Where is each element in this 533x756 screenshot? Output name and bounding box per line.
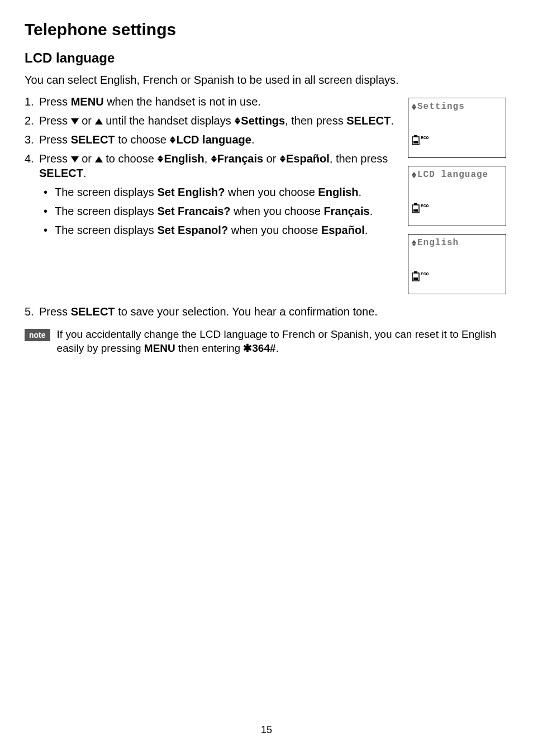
text: when you choose xyxy=(228,224,321,236)
text: when you choose xyxy=(231,205,324,217)
text: . xyxy=(83,167,87,179)
battery-icon xyxy=(412,203,420,213)
bold: LCD language xyxy=(176,133,251,146)
text: The screen displays xyxy=(55,205,157,217)
updown-icon xyxy=(235,117,240,125)
step-number: 2. xyxy=(25,113,34,128)
bold: Français xyxy=(217,152,263,165)
battery-icon xyxy=(412,271,420,281)
bold: 364# xyxy=(252,342,275,354)
bold: SELECT xyxy=(71,133,115,146)
text: Press xyxy=(39,152,71,165)
section-heading: LCD language xyxy=(25,50,508,66)
step-2: 2. Press or until the handset displays S… xyxy=(25,113,396,128)
lcd-status-row: ECO xyxy=(412,135,502,145)
text: or xyxy=(79,152,95,165)
updown-icon xyxy=(412,240,416,246)
text: The screen displays xyxy=(55,186,157,198)
text: until the handset displays xyxy=(103,114,235,127)
lcd-preview-language: LCD language ECO xyxy=(408,166,506,226)
intro-text: You can select English, French or Spanis… xyxy=(25,74,508,87)
lcd-line: English xyxy=(412,238,502,248)
eco-label: ECO xyxy=(421,135,429,140)
text: or xyxy=(79,114,95,127)
text: , then press xyxy=(330,152,388,165)
svg-rect-5 xyxy=(413,209,418,212)
updown-icon xyxy=(412,172,416,178)
triangle-up-icon xyxy=(95,156,103,162)
bold: MENU xyxy=(71,95,104,108)
text: or xyxy=(263,152,279,165)
lcd-line: Settings xyxy=(412,102,502,112)
step-number: 5. xyxy=(25,304,34,319)
svg-rect-8 xyxy=(413,277,418,280)
eco-label: ECO xyxy=(421,271,429,276)
lcd-status-row: ECO xyxy=(412,203,502,213)
note-block: note If you accidentally change the LCD … xyxy=(25,328,508,355)
bold: Settings xyxy=(241,114,285,127)
note-badge: note xyxy=(25,329,50,341)
page-title: Telephone settings xyxy=(25,20,508,39)
instructions-column: 1. Press MENU when the handset is not in… xyxy=(25,94,396,302)
text: to choose xyxy=(115,133,170,146)
lcd-status-row: ECO xyxy=(412,271,502,281)
text: when the handset is not in use. xyxy=(104,95,261,108)
updown-icon xyxy=(280,155,285,162)
step-number: 1. xyxy=(25,94,34,109)
step-number: 3. xyxy=(25,132,34,147)
text: . xyxy=(365,224,368,236)
bullet-english: The screen displays Set English? when yo… xyxy=(39,185,396,199)
step-5: 5. Press SELECT to save your selection. … xyxy=(25,304,508,319)
lcd-previews-column: Settings ECO LCD language ECO English xyxy=(408,94,508,302)
text: . xyxy=(251,133,255,146)
text: . xyxy=(276,342,279,354)
triangle-up-icon xyxy=(95,118,103,125)
lcd-text: English xyxy=(417,238,459,248)
triangle-down-icon xyxy=(71,118,79,125)
battery-icon xyxy=(412,135,420,145)
text: Press xyxy=(39,305,71,318)
eco-label: ECO xyxy=(421,203,429,208)
updown-icon xyxy=(158,155,163,162)
step-4: 4. Press or to choose English, Français … xyxy=(25,151,396,237)
text: . xyxy=(391,114,394,127)
bold: English xyxy=(164,152,204,165)
lcd-preview-settings: Settings ECO xyxy=(408,98,506,158)
bold: MENU xyxy=(144,342,175,354)
step-number: 4. xyxy=(25,151,34,166)
text: . xyxy=(359,186,362,198)
lcd-text: Settings xyxy=(417,102,465,112)
updown-icon xyxy=(211,155,217,162)
bold: Set English? xyxy=(157,186,225,198)
text: to choose xyxy=(103,152,158,165)
text: then entering xyxy=(175,342,243,354)
text: Press xyxy=(39,133,71,146)
lcd-preview-english: English ECO xyxy=(408,234,506,294)
page-number: 15 xyxy=(0,724,533,736)
bold: Español xyxy=(321,224,365,236)
updown-icon xyxy=(170,136,175,143)
updown-icon xyxy=(412,104,416,110)
text: Press xyxy=(39,95,71,108)
step-1: 1. Press MENU when the handset is not in… xyxy=(25,94,396,109)
bold: English xyxy=(318,186,358,198)
text: , xyxy=(204,152,211,165)
note-text: If you accidentally change the LCD langu… xyxy=(57,328,508,355)
text: The screen displays xyxy=(55,224,157,236)
bold: Set Francais? xyxy=(157,205,230,217)
bold: SELECT xyxy=(346,114,391,127)
text: when you choose xyxy=(225,186,318,198)
bold: Set Espanol? xyxy=(157,224,228,236)
triangle-down-icon xyxy=(71,156,79,162)
star-icon: ✱ xyxy=(243,342,252,354)
step-3: 3. Press SELECT to choose LCD language. xyxy=(25,132,396,147)
text: Press xyxy=(39,114,71,127)
bold: Français xyxy=(323,205,369,217)
bullet-espanol: The screen displays Set Espanol? when yo… xyxy=(39,223,396,237)
lcd-text: LCD language xyxy=(417,170,488,180)
bullet-francais: The screen displays Set Francais? when y… xyxy=(39,204,396,218)
text: , then press xyxy=(285,114,346,127)
bold: SELECT xyxy=(39,167,83,179)
bold: SELECT xyxy=(71,305,115,318)
bold: Español xyxy=(286,152,330,165)
